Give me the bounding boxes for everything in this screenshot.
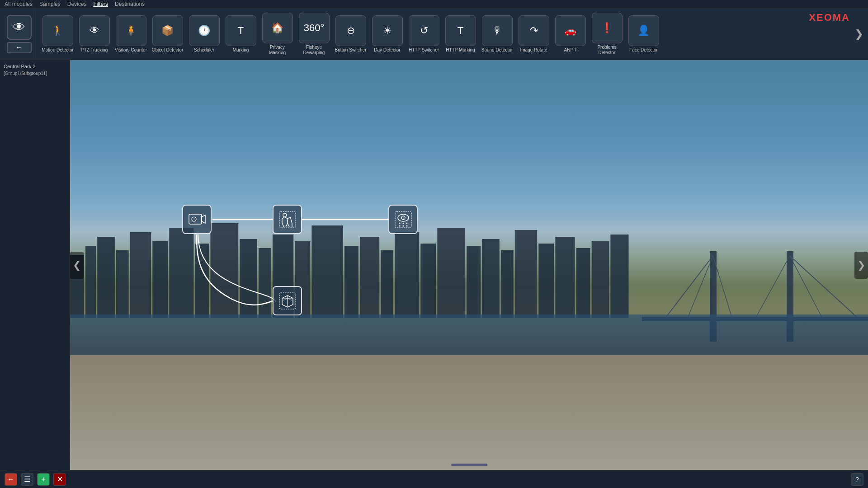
svg-rect-16 bbox=[381, 250, 393, 318]
back-button[interactable]: ← bbox=[7, 42, 32, 53]
bottom-scroll-indicator bbox=[451, 464, 487, 466]
svg-rect-19 bbox=[437, 228, 465, 318]
module-day-detector[interactable]: ☀Day Detector bbox=[370, 15, 404, 53]
svg-rect-9 bbox=[240, 239, 257, 318]
module-icon-day-detector: ☀ bbox=[372, 15, 403, 46]
module-face-detector[interactable]: 👤Face Detector bbox=[627, 15, 660, 53]
toolbar-scroll-right[interactable]: ❯ bbox=[852, 10, 866, 57]
svg-rect-21 bbox=[482, 239, 500, 318]
svg-rect-3 bbox=[116, 250, 129, 318]
svg-rect-27 bbox=[592, 241, 609, 318]
module-icon-privacy-masking: 🏠 bbox=[262, 13, 293, 43]
module-ptz-tracking[interactable]: 👁PTZ Tracking bbox=[77, 15, 111, 53]
module-button-switcher[interactable]: ⊖Button Switcher bbox=[334, 15, 368, 53]
svg-rect-8 bbox=[210, 223, 238, 318]
right-nav-arrow[interactable]: ❯ bbox=[854, 252, 868, 279]
svg-marker-43 bbox=[202, 215, 205, 223]
bottom-bar: ← ☰ + ✕ ? bbox=[0, 470, 868, 488]
module-http-marking[interactable]: THTTP Marking bbox=[443, 15, 477, 53]
svg-line-31 bbox=[665, 256, 713, 319]
xeoma-logo: XEOMA bbox=[809, 12, 850, 23]
svg-rect-23 bbox=[515, 230, 537, 318]
svg-rect-71 bbox=[395, 211, 411, 228]
module-icon-image-rotate: ↷ bbox=[519, 15, 549, 46]
module-icon-anpr: 🚗 bbox=[555, 15, 586, 46]
module-icon-fisheye-dewarping: 360° bbox=[299, 13, 330, 43]
module-sound-detector[interactable]: 🎙Sound Detector bbox=[480, 15, 514, 53]
main-area: Central Park 2 [Group1/Subgroup11] ❮ bbox=[0, 60, 868, 470]
module-visitors-counter[interactable]: 🧍Visitors Counter bbox=[114, 15, 148, 53]
module-icon-button-switcher: ⊖ bbox=[335, 15, 366, 46]
nav-destinations[interactable]: Destinations bbox=[115, 1, 145, 7]
list-button[interactable]: ☰ bbox=[21, 473, 33, 486]
module-marking[interactable]: TMarking bbox=[224, 15, 258, 53]
module-image-rotate[interactable]: ↷Image Rotate bbox=[517, 15, 551, 53]
module-icon-problems-detector: ❗ bbox=[592, 13, 623, 43]
svg-rect-7 bbox=[195, 244, 209, 318]
toolbar: 👁 ← 🚶Motion Detector👁PTZ Tracking🧍Visito… bbox=[0, 8, 868, 60]
module-http-switcher[interactable]: ↺HTTP Switcher bbox=[407, 15, 441, 53]
module-label-problems-detector: Problems Detector bbox=[591, 45, 623, 56]
module-icon-scheduler: 🕐 bbox=[189, 15, 220, 46]
module-fisheye-dewarping[interactable]: 360°Fisheye Dewarping bbox=[297, 13, 331, 56]
svg-rect-18 bbox=[420, 244, 436, 318]
nav-all-modules[interactable]: All modules bbox=[5, 1, 33, 7]
module-label-object-detector: Object Detector bbox=[152, 47, 183, 53]
nav-devices[interactable]: Devices bbox=[67, 1, 87, 7]
module-label-face-detector: Face Detector bbox=[629, 47, 658, 53]
module-icon-http-switcher: ↺ bbox=[409, 15, 439, 46]
svg-rect-24 bbox=[538, 244, 554, 318]
module-label-marking: Marking bbox=[233, 47, 249, 53]
nav-filters[interactable]: Filters bbox=[93, 1, 108, 7]
module-label-sound-detector: Sound Detector bbox=[481, 47, 513, 53]
svg-rect-22 bbox=[501, 250, 514, 318]
left-nav-arrow[interactable]: ❮ bbox=[70, 252, 84, 279]
left-sidebar: Central Park 2 [Group1/Subgroup11] bbox=[0, 60, 70, 470]
module-icon-motion-detector: 🚶 bbox=[42, 15, 73, 46]
module-scheduler[interactable]: 🕐Scheduler bbox=[187, 15, 221, 53]
module-anpr[interactable]: 🚗ANPR bbox=[553, 15, 587, 53]
module-icon-face-detector: 👤 bbox=[628, 15, 659, 46]
help-button[interactable]: ? bbox=[851, 473, 863, 486]
keypad-workflow-node[interactable] bbox=[388, 205, 418, 234]
module-privacy-masking[interactable]: 🏠Privacy Masking bbox=[260, 13, 294, 56]
module-label-image-rotate: Image Rotate bbox=[520, 47, 547, 53]
sidebar-title: Central Park 2 bbox=[4, 64, 66, 69]
close-button[interactable]: ✕ bbox=[53, 473, 66, 486]
svg-line-35 bbox=[790, 256, 823, 319]
module-label-anpr: ANPR bbox=[564, 47, 577, 53]
module-label-button-switcher: Button Switcher bbox=[335, 47, 366, 53]
motion-workflow-node[interactable] bbox=[273, 205, 302, 234]
modules-bar: 🚶Motion Detector👁PTZ Tracking🧍Visitors C… bbox=[36, 10, 852, 58]
module-object-detector[interactable]: 📦Object Detector bbox=[151, 15, 184, 53]
svg-line-32 bbox=[687, 256, 713, 319]
module-icon-object-detector: 📦 bbox=[152, 15, 183, 46]
svg-rect-4 bbox=[130, 232, 151, 318]
module-icon-marking: T bbox=[226, 15, 256, 46]
svg-rect-14 bbox=[344, 246, 359, 318]
left-panel: 👁 ← bbox=[2, 10, 36, 57]
module-label-motion-detector: Motion Detector bbox=[42, 47, 74, 53]
svg-rect-26 bbox=[576, 248, 590, 318]
nav-samples[interactable]: Samples bbox=[39, 1, 61, 7]
module-label-day-detector: Day Detector bbox=[374, 47, 400, 53]
module-icon-http-marking: T bbox=[445, 15, 476, 46]
module-label-visitors-counter: Visitors Counter bbox=[115, 47, 147, 53]
svg-rect-28 bbox=[610, 235, 628, 318]
water-area bbox=[70, 314, 868, 355]
sidebar-subtitle: [Group1/Subgroup11] bbox=[4, 71, 66, 76]
svg-rect-2 bbox=[97, 237, 115, 318]
svg-rect-15 bbox=[360, 237, 379, 318]
camera-workflow-node[interactable] bbox=[182, 205, 212, 234]
svg-line-36 bbox=[790, 256, 859, 319]
module-label-http-marking: HTTP Marking bbox=[446, 47, 475, 53]
object-workflow-node[interactable] bbox=[273, 286, 302, 315]
eye-button[interactable]: 👁 bbox=[7, 15, 32, 40]
module-motion-detector[interactable]: 🚶Motion Detector bbox=[41, 15, 75, 53]
remove-button[interactable]: ← bbox=[5, 473, 17, 486]
add-button[interactable]: + bbox=[37, 473, 50, 486]
module-problems-detector[interactable]: ❗Problems Detector bbox=[590, 13, 624, 56]
svg-rect-1 bbox=[85, 246, 96, 318]
svg-rect-5 bbox=[152, 241, 168, 318]
module-icon-ptz-tracking: 👁 bbox=[79, 15, 110, 46]
